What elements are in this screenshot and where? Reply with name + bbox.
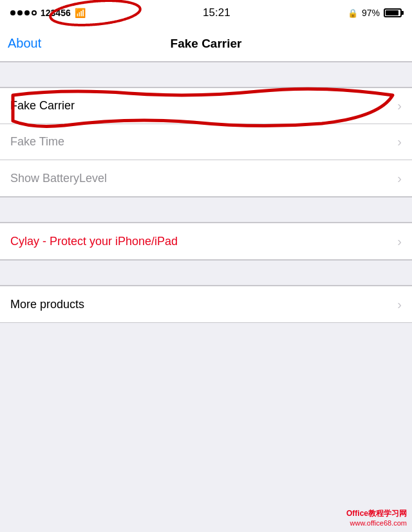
watermark: Office教程学习网 www.office68.com — [346, 508, 407, 527]
battery-shape — [384, 8, 402, 17]
status-left: 123456 📶 — [10, 8, 86, 18]
status-bar: 123456 📶 15:21 🔒 97% — [0, 0, 412, 26]
fake-time-label: Fake Time — [10, 135, 64, 149]
section-separator-bottom — [0, 260, 412, 286]
table-row-fake-carrier[interactable]: Fake Carrier › — [0, 88, 412, 124]
battery-icon — [384, 8, 402, 17]
chevron-icon-2: › — [397, 171, 402, 186]
chevron-icon-1: › — [397, 134, 402, 149]
wifi-icon: 📶 — [75, 8, 86, 18]
status-right: 🔒 97% — [348, 8, 402, 18]
chevron-icon-cylay: › — [397, 234, 402, 249]
chevron-icon-more: › — [397, 297, 402, 312]
chevron-icon-0: › — [397, 98, 402, 113]
show-battery-label: Show BatteryLevel — [10, 172, 107, 185]
cylay-label: Cylay - Protect your iPhone/iPad — [10, 235, 178, 248]
signal-dot-4 — [32, 10, 37, 15]
lock-icon: 🔒 — [348, 8, 358, 18]
more-products-label: More products — [10, 298, 84, 311]
watermark-line2: www.office68.com — [346, 519, 407, 527]
table-row-more-products[interactable]: More products › — [0, 286, 412, 322]
carrier-name: 123456 — [41, 8, 71, 18]
more-products-group: More products › — [0, 286, 412, 323]
promo-group: Cylay - Protect your iPhone/iPad › — [0, 223, 412, 260]
signal-dot-2 — [17, 10, 23, 15]
main-settings-group: Fake Carrier › Fake Time › Show BatteryL… — [0, 87, 412, 197]
back-button[interactable]: About — [8, 36, 41, 51]
signal-dot-1 — [10, 10, 15, 15]
signal-dots — [10, 10, 37, 15]
section-separator-mid — [0, 197, 412, 223]
table-row-cylay[interactable]: Cylay - Protect your iPhone/iPad › — [0, 223, 412, 259]
page-wrapper: 123456 📶 15:21 🔒 97% About Fake Carrier … — [0, 0, 412, 532]
fake-carrier-label: Fake Carrier — [10, 99, 75, 113]
nav-bar: About Fake Carrier — [0, 26, 412, 62]
status-time: 15:21 — [203, 6, 230, 19]
nav-title: Fake Carrier — [171, 37, 242, 51]
watermark-line1: Office教程学习网 — [346, 508, 407, 519]
signal-dot-3 — [24, 10, 30, 15]
section-separator-top — [0, 62, 412, 87]
battery-fill — [386, 10, 398, 15]
battery-percent: 97% — [362, 8, 380, 18]
table-row-fake-time[interactable]: Fake Time › — [0, 124, 412, 160]
table-row-show-battery[interactable]: Show BatteryLevel › — [0, 160, 412, 196]
